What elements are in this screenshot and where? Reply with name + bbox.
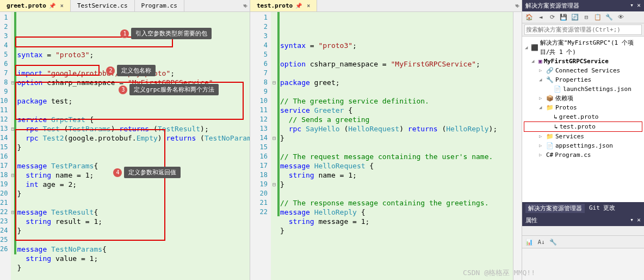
solution-explorer-header: 解决方案资源管理器 ▾ ✕ (522, 0, 644, 11)
add-tab-button[interactable]: ✚ (516, 2, 519, 9)
left-editor-pane: greet.proto📌× TestService.cs Program.cs … (0, 0, 250, 280)
line-gutter: 12345678910111213141516171819202122 (250, 12, 271, 280)
sync-icon[interactable]: ⟳ (547, 13, 557, 22)
fold-gutter[interactable]: ⊟⊟⊟ (271, 12, 277, 280)
code-area[interactable]: syntax = "proto3"; option csharp_namespa… (277, 12, 513, 280)
refresh-icon[interactable]: 🔄 (570, 13, 580, 22)
explorer-tabs: 解决方案资源管理器 Git 更改 (522, 202, 644, 215)
tree-item[interactable]: ▷📁Services (524, 132, 642, 141)
solution-search (522, 23, 644, 36)
tree-item[interactable]: ◢📁Protos (524, 103, 642, 112)
properties-toolbar: 📊 A↓ 🔧 (522, 236, 644, 248)
save-icon[interactable]: 💾 (559, 13, 568, 22)
preview-icon[interactable]: 👁 (616, 13, 626, 22)
tab-greet-proto[interactable]: greet.proto📌× (0, 0, 71, 11)
mid-tabs: test.proto📌× ▾ ✚ (250, 0, 522, 12)
properties-panel: 属性 ▾ ✕ 📊 A↓ 🔧 (522, 215, 644, 280)
alpha-icon[interactable]: A↓ (536, 237, 546, 247)
categorize-icon[interactable]: 📊 (524, 237, 534, 247)
close-icon[interactable]: × (60, 3, 64, 9)
line-gutter: 1234567891011121314151617181920212223242… (0, 12, 11, 280)
tab-testservice[interactable]: TestService.cs (71, 0, 135, 11)
tree-item[interactable]: ↳test.proto (524, 121, 642, 132)
properties-title: 属性 (525, 216, 537, 224)
solution-node[interactable]: ◢⬛解决方案"MyFirstGRPC"(1 个项目/共 1 个) (524, 38, 642, 57)
tree-item[interactable]: ▷📦依赖项 (524, 94, 642, 103)
code-area[interactable]: syntax = "proto3"; import "google/protob… (14, 12, 250, 280)
tree-item[interactable]: ▷C#Program.cs (524, 150, 642, 160)
tab-program[interactable]: Program.cs (135, 0, 184, 11)
tree-item[interactable]: ◢🔧Properties (524, 75, 642, 84)
left-tabs: greet.proto📌× TestService.cs Program.cs … (0, 0, 250, 12)
panel-dropdown-icon[interactable]: ▾ ✕ (630, 2, 641, 10)
annotation-1: 1引入空参数类型所需要的包 (120, 28, 212, 39)
home-icon[interactable]: 🏠 (524, 13, 534, 22)
properties-icon[interactable]: 🔧 (604, 13, 614, 22)
wrench-icon[interactable]: 🔧 (548, 237, 558, 247)
close-icon[interactable]: × (307, 3, 310, 9)
watermark: CSDN @格格巫 MMQ!! (463, 268, 535, 278)
tree-item[interactable]: ▷🔗Connected Services (524, 66, 642, 75)
tab-test-proto[interactable]: test.proto📌× (250, 0, 317, 11)
mid-editor-pane: test.proto📌× ▾ ✚ 12345678910111213141516… (250, 0, 522, 280)
pin-icon[interactable]: 📌 (295, 3, 302, 9)
solution-explorer-title: 解决方案资源管理器 (525, 2, 579, 10)
project-node[interactable]: ◢▣MyFirstGRPCService (524, 57, 642, 66)
properties-header: 属性 ▾ ✕ (522, 215, 644, 226)
add-tab-button[interactable]: ✚ (244, 2, 247, 9)
annotation-4: 4定义参数和返回值 (113, 167, 181, 178)
collapse-icon[interactable]: ⊟ (581, 13, 591, 22)
tree-item[interactable]: 📄launchSettings.json (524, 84, 642, 94)
tree-item[interactable]: ▷📄appsettings.json (524, 141, 642, 150)
annotation-2: 2定义包名称 (106, 65, 156, 76)
solution-explorer-pane: 解决方案资源管理器 ▾ ✕ 🏠 ◄ ⟳ 💾 🔄 ⊟ 📋 🔧 👁 ◢⬛解决方案"M… (522, 0, 644, 280)
scrollbar[interactable] (513, 12, 522, 280)
solution-tree[interactable]: ◢⬛解决方案"MyFirstGRPC"(1 个项目/共 1 个) ◢▣MyFir… (522, 36, 644, 202)
mid-editor[interactable]: 12345678910111213141516171819202122 ⊟⊟⊟ … (250, 12, 522, 280)
search-input[interactable] (524, 25, 642, 35)
pin-icon[interactable]: 📌 (49, 3, 55, 9)
panel-dropdown-icon[interactable]: ▾ ✕ (630, 216, 641, 224)
back-icon[interactable]: ◄ (536, 13, 546, 22)
tab-git-changes[interactable]: Git 更改 (589, 204, 616, 213)
solution-toolbar: 🏠 ◄ ⟳ 💾 🔄 ⊟ 📋 🔧 👁 (522, 11, 644, 23)
tree-item[interactable]: ↳greet.proto (524, 112, 642, 121)
left-editor[interactable]: 1234567891011121314151617181920212223242… (0, 12, 250, 280)
show-all-icon[interactable]: 📋 (593, 13, 603, 22)
annotation-3: 3定义grpc服务名称和两个方法 (119, 84, 219, 95)
tab-solution-explorer[interactable]: 解决方案资源管理器 (525, 204, 585, 213)
